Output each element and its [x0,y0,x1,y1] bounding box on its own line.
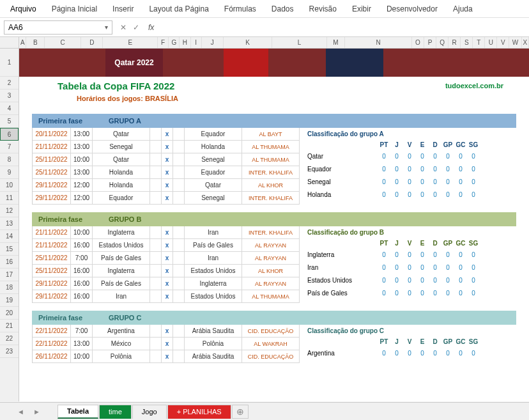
row-header-13[interactable]: 13 [0,217,19,230]
away-score[interactable] [173,239,185,251]
away-score[interactable] [173,226,185,238]
menu-item-reviso[interactable]: Revisão [303,2,343,16]
away-score[interactable] [173,179,185,191]
away-score[interactable] [173,265,185,277]
sheet-tab-time[interactable]: time [99,405,132,419]
menu-item-inserir[interactable]: Inserir [106,2,140,16]
menu-item-exibir[interactable]: Exibir [346,2,378,16]
formula-input[interactable] [162,20,529,35]
away-score[interactable] [173,325,185,337]
col-header-B[interactable]: B [26,37,45,48]
sheet-tab-tabela[interactable]: Tabela [57,405,98,419]
row-header-21[interactable]: 21 [0,320,19,332]
row-header-10[interactable]: 10 [0,179,19,192]
row-header-23[interactable]: 23 [0,345,19,358]
home-score[interactable] [150,350,162,362]
row-header-16[interactable]: 16 [0,256,19,268]
row-header-17[interactable]: 17 [0,268,19,281]
away-score[interactable] [173,192,185,204]
away-score[interactable] [173,290,185,302]
col-header-V[interactable]: V [497,37,509,48]
row-header-20[interactable]: 20 [0,307,19,320]
match-row[interactable]: 29/11/202212:00EquadorxSenegalINTER. KHA… [33,192,300,205]
tab-next-icon[interactable]: ► [33,408,40,416]
col-header-G[interactable]: G [169,37,180,48]
row-header-19[interactable]: 19 [0,294,19,307]
match-row[interactable]: 21/11/202210:00InglaterraxIranINTER. KHA… [33,226,300,239]
menu-item-desenvolvedor[interactable]: Desenvolvedor [380,2,444,16]
col-header-A[interactable]: A [19,37,26,48]
home-score[interactable] [150,128,162,140]
match-row[interactable]: 22/11/202213:00MéxicoxPolôniaAL WAKRAH [33,338,300,350]
menu-item-frmulas[interactable]: Fórmulas [218,2,263,16]
away-score[interactable] [173,277,185,290]
col-header-N[interactable]: N [345,37,412,48]
col-header-U[interactable]: U [485,37,497,48]
home-score[interactable] [150,153,162,166]
col-header-L[interactable]: L [272,37,327,48]
row-header-18[interactable]: 18 [0,281,19,294]
chevron-down-icon[interactable]: ▾ [105,24,108,31]
row-header-22[interactable]: 22 [0,332,19,345]
match-row[interactable]: 25/11/202216:00InglaterraxEstados Unidos… [33,265,300,277]
home-score[interactable] [150,179,162,191]
match-row[interactable]: 29/11/202212:00HolandaxQatarAL KHOR [33,179,300,192]
col-header-H[interactable]: H [180,37,190,48]
away-score[interactable] [173,128,185,140]
row-header-6[interactable]: 6 [0,128,19,141]
home-score[interactable] [150,239,162,251]
menu-item-layoutdapgina[interactable]: Layout da Página [142,2,215,16]
menu-item-ajuda[interactable]: Ajuda [447,2,479,16]
row-header-3[interactable]: 3 [0,89,19,102]
sheet-tab-planilhas[interactable]: + PLANILHAS [167,405,231,419]
away-score[interactable] [173,153,185,166]
home-score[interactable] [150,192,162,204]
home-score[interactable] [150,141,162,153]
sheet-tab-jogo[interactable]: Jogo [132,405,167,419]
col-header-S[interactable]: S [461,37,473,48]
col-header-E[interactable]: E [103,37,158,48]
match-row[interactable]: 21/11/202213:00SenegalxHolandaAL THUMAMA [33,141,300,153]
name-box[interactable]: AA6 ▾ [4,20,112,35]
col-header-O[interactable]: O [412,37,424,48]
away-score[interactable] [173,350,185,362]
home-score[interactable] [150,290,162,302]
col-header-I[interactable]: I [191,37,202,48]
home-score[interactable] [150,166,162,178]
match-row[interactable]: 22/11/20227:00ArgentinaxArábia SauditaCI… [33,325,300,338]
row-header-4[interactable]: 4 [0,102,19,115]
col-header-R[interactable]: R [448,37,461,48]
match-row[interactable]: 20/11/202213:00QatarxEquadorAL BAYT [33,128,300,141]
home-score[interactable] [150,265,162,277]
add-sheet-button[interactable]: ⊕ [232,405,249,419]
col-header-F[interactable]: F [158,37,169,48]
match-row[interactable]: 21/11/202216:00Estados UnidosxPaís de Ga… [33,239,300,252]
match-row[interactable]: 25/11/202210:00QatarxSenegalAL THUMAMA [33,153,300,166]
select-all-corner[interactable] [0,37,19,49]
col-header-Q[interactable]: Q [436,37,448,48]
menu-item-dados[interactable]: Dados [265,2,300,16]
col-header-X[interactable]: X [522,37,529,48]
home-score[interactable] [150,325,162,337]
row-header-5[interactable]: 5 [0,115,19,128]
col-header-D[interactable]: D [81,37,103,48]
away-score[interactable] [173,166,185,178]
row-header-1[interactable]: 1 [0,49,19,77]
match-row[interactable]: 29/11/202216:00País de GalesxInglaterraA… [33,277,300,290]
col-header-T[interactable]: T [473,37,485,48]
row-header-9[interactable]: 9 [0,166,19,179]
away-score[interactable] [173,141,185,153]
col-header-J[interactable]: J [202,37,224,48]
col-header-M[interactable]: M [327,37,346,48]
fx-icon[interactable]: fx [146,23,154,32]
col-header-W[interactable]: W [509,37,521,48]
match-row[interactable]: 26/11/202210:00PolôniaxArábia SauditaCID… [33,350,300,363]
row-header-14[interactable]: 14 [0,230,19,243]
menu-item-arquivo[interactable]: Arquivo [4,2,43,16]
row-header-7[interactable]: 7 [0,141,19,153]
cancel-icon[interactable]: ✕ [120,23,126,32]
away-score[interactable] [173,338,185,350]
row-header-2[interactable]: 2 [0,77,19,89]
col-header-C[interactable]: C [45,37,81,48]
tab-prev-icon[interactable]: ◄ [17,408,24,416]
